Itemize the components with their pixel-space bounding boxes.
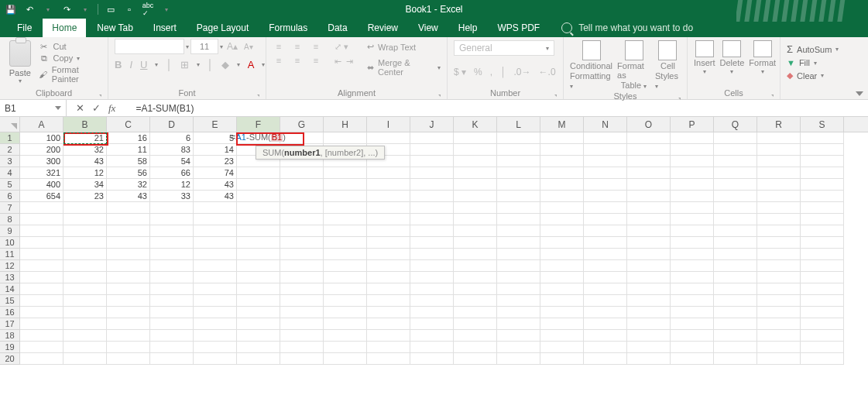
cell-D19[interactable] xyxy=(150,342,194,353)
cell-D3[interactable]: 54 xyxy=(150,156,194,167)
cell-A4[interactable]: 321 xyxy=(20,167,63,179)
cell-A15[interactable] xyxy=(20,295,63,307)
cell-I17[interactable] xyxy=(367,318,410,330)
cell-L20[interactable] xyxy=(497,353,540,365)
cell-J4[interactable] xyxy=(410,167,454,179)
cell-A13[interactable] xyxy=(20,272,63,283)
touch-mode-icon[interactable]: ▭ xyxy=(105,3,117,15)
row-header-19[interactable]: 19 xyxy=(0,342,20,353)
cell-A19[interactable] xyxy=(20,342,63,353)
cell-Q1[interactable] xyxy=(714,132,757,144)
column-header-D[interactable]: D xyxy=(150,117,194,132)
cell-H8[interactable] xyxy=(324,214,367,225)
cell-Q3[interactable] xyxy=(714,156,757,167)
cell-B9[interactable] xyxy=(63,225,107,237)
row-header-7[interactable]: 7 xyxy=(0,202,20,214)
cell-L10[interactable] xyxy=(497,237,540,249)
cell-O15[interactable] xyxy=(627,295,671,307)
cell-E5[interactable]: 43 xyxy=(194,179,237,191)
cell-H1[interactable] xyxy=(324,132,367,144)
cell-A10[interactable] xyxy=(20,237,63,249)
cell-G4[interactable] xyxy=(280,167,324,179)
cell-I6[interactable] xyxy=(367,191,410,202)
cell-O12[interactable] xyxy=(627,260,671,272)
cell-H18[interactable] xyxy=(324,330,367,342)
cell-L19[interactable] xyxy=(497,342,540,353)
cell-D18[interactable] xyxy=(150,330,194,342)
cell-S9[interactable] xyxy=(801,225,844,237)
cell-L18[interactable] xyxy=(497,330,540,342)
tab-insert[interactable]: Insert xyxy=(144,19,186,37)
cell-A9[interactable] xyxy=(20,225,63,237)
cell-F9[interactable] xyxy=(237,225,280,237)
cell-E19[interactable] xyxy=(194,342,237,353)
cell-P20[interactable] xyxy=(671,353,714,365)
cell-D12[interactable] xyxy=(150,260,194,272)
cell-G12[interactable] xyxy=(280,260,324,272)
tell-me-search[interactable]: Tell me what you want to do xyxy=(561,19,693,37)
cell-J10[interactable] xyxy=(410,237,454,249)
row-header-17[interactable]: 17 xyxy=(0,318,20,330)
cell-I7[interactable] xyxy=(367,202,410,214)
font-color-button[interactable]: A xyxy=(248,59,255,70)
row-header-10[interactable]: 10 xyxy=(0,237,20,249)
cell-F6[interactable] xyxy=(237,191,280,202)
cell-N1[interactable] xyxy=(584,132,627,144)
cell-B2[interactable]: 32 xyxy=(63,144,107,156)
cell-I18[interactable] xyxy=(367,330,410,342)
cell-N2[interactable] xyxy=(584,144,627,156)
cell-O11[interactable] xyxy=(627,249,671,260)
cell-K7[interactable] xyxy=(454,202,497,214)
cell-Q8[interactable] xyxy=(714,214,757,225)
column-header-L[interactable]: L xyxy=(497,117,540,132)
cell-P6[interactable] xyxy=(671,191,714,202)
align-middle-button[interactable]: ≡ xyxy=(291,42,304,51)
cell-N17[interactable] xyxy=(584,318,627,330)
cell-N13[interactable] xyxy=(584,272,627,283)
orientation-button[interactable]: ⤢ ▾ xyxy=(335,42,353,52)
cell-G5[interactable] xyxy=(280,179,324,191)
cell-Q18[interactable] xyxy=(714,330,757,342)
cell-S10[interactable] xyxy=(801,237,844,249)
save-icon[interactable]: 💾 xyxy=(5,3,17,15)
cell-H13[interactable] xyxy=(324,272,367,283)
cell-I14[interactable] xyxy=(367,283,410,295)
cell-R7[interactable] xyxy=(757,202,801,214)
cell-C19[interactable] xyxy=(107,342,150,353)
cell-E6[interactable]: 43 xyxy=(194,191,237,202)
cell-A8[interactable] xyxy=(20,214,63,225)
cell-J6[interactable] xyxy=(410,191,454,202)
qat-customize-dropdown[interactable]: ▾ xyxy=(160,3,173,15)
delete-cells-button[interactable]: Delete▾ xyxy=(720,39,745,75)
cell-A11[interactable] xyxy=(20,249,63,260)
cell-J7[interactable] xyxy=(410,202,454,214)
cell-M3[interactable] xyxy=(540,156,584,167)
cell-I9[interactable] xyxy=(367,225,410,237)
cell-I5[interactable] xyxy=(367,179,410,191)
cell-P19[interactable] xyxy=(671,342,714,353)
align-top-button[interactable]: ≡ xyxy=(273,42,285,51)
cell-L6[interactable] xyxy=(497,191,540,202)
cell-K2[interactable] xyxy=(454,144,497,156)
cell-J9[interactable] xyxy=(410,225,454,237)
row-header-20[interactable]: 20 xyxy=(0,353,20,365)
cell-F7[interactable] xyxy=(237,202,280,214)
cell-I8[interactable] xyxy=(367,214,410,225)
cell-C16[interactable] xyxy=(107,307,150,318)
cell-N15[interactable] xyxy=(584,295,627,307)
cell-E10[interactable] xyxy=(194,237,237,249)
cell-S12[interactable] xyxy=(801,260,844,272)
format-as-table-button[interactable]: Format as Table ▾ xyxy=(617,39,650,90)
row-header-16[interactable]: 16 xyxy=(0,307,20,318)
underline-button[interactable]: U xyxy=(140,59,147,70)
tab-home[interactable]: Home xyxy=(43,19,86,37)
cell-D2[interactable]: 83 xyxy=(150,144,194,156)
cell-G17[interactable] xyxy=(280,318,324,330)
conditional-formatting-button[interactable]: Conditional Formatting ▾ xyxy=(570,39,612,90)
cell-S6[interactable] xyxy=(801,191,844,202)
cell-Q12[interactable] xyxy=(714,260,757,272)
cell-E4[interactable]: 74 xyxy=(194,167,237,179)
cell-Q11[interactable] xyxy=(714,249,757,260)
cancel-formula-button[interactable]: ✕ xyxy=(76,102,84,115)
cell-L4[interactable] xyxy=(497,167,540,179)
